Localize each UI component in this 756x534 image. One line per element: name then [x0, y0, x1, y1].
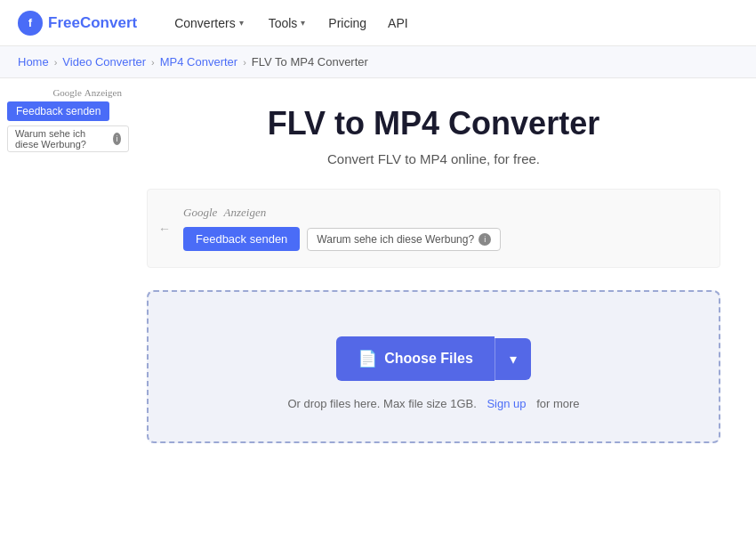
nav-converters[interactable]: Converters ▾ — [164, 11, 253, 36]
tools-chevron-icon: ▾ — [301, 18, 305, 28]
sidebar-google-label: Google Anzeigen — [0, 87, 129, 98]
converters-chevron-icon: ▾ — [239, 18, 244, 28]
sidebar-ad: Google Anzeigen Feedback senden Warum se… — [0, 78, 129, 461]
logo[interactable]: f FreeConvert — [18, 11, 137, 36]
center-ad: ← Google Anzeigen Feedback senden Warum … — [147, 189, 720, 268]
navbar: f FreeConvert Converters ▾ Tools ▾ Prici… — [0, 0, 756, 46]
page-title: FLV to MP4 Converter — [147, 105, 720, 142]
center-google-label: Google Anzeigen — [183, 206, 266, 220]
logo-icon: f — [18, 11, 43, 36]
breadcrumb-sep-1: › — [54, 57, 58, 68]
breadcrumb-sep-2: › — [151, 57, 155, 68]
center-ad-row: Feedback senden Warum sehe ich diese Wer… — [183, 227, 702, 251]
nav-api[interactable]: API — [379, 11, 417, 36]
center-info-icon: i — [479, 233, 491, 246]
choose-files-row: 📄 Choose Files ▾ — [336, 336, 531, 381]
nav-pricing[interactable]: Pricing — [319, 11, 375, 36]
nav-links: Converters ▾ Tools ▾ Pricing API — [164, 11, 417, 36]
file-icon: 📄 — [358, 349, 377, 368]
center-ad-header: Google Anzeigen — [165, 206, 702, 220]
sidebar-info-icon: i — [113, 133, 121, 145]
breadcrumb: Home › Video Converter › MP4 Converter ›… — [0, 46, 756, 78]
breadcrumb-home[interactable]: Home — [18, 55, 49, 69]
breadcrumb-mp4-converter[interactable]: MP4 Converter — [160, 55, 237, 69]
breadcrumb-sep-3: › — [243, 57, 246, 68]
sidebar-ad-inner: Google Anzeigen Feedback senden Warum se… — [0, 87, 129, 152]
dropdown-chevron-icon: ▾ — [510, 352, 517, 367]
content-area: Google Anzeigen Feedback senden Warum se… — [0, 78, 756, 461]
choose-files-dropdown[interactable]: ▾ — [495, 338, 531, 380]
choose-files-button[interactable]: 📄 Choose Files — [336, 336, 495, 381]
breadcrumb-current: FLV To MP4 Converter — [252, 55, 368, 69]
dropzone-info: Or drop files here. Max file size 1GB. S… — [287, 397, 579, 410]
ad-collapse-arrow-icon[interactable]: ← — [158, 222, 171, 236]
main-area: FLV to MP4 Converter Convert FLV to MP4 … — [129, 78, 756, 461]
page-subtitle: Convert FLV to MP4 online, for free. — [147, 151, 720, 166]
logo-text: FreeConvert — [48, 14, 137, 32]
dropzone-wrapper: 📄 Choose Files ▾ Or drop files here. Max… — [147, 290, 720, 443]
sidebar-why-button[interactable]: Warum sehe ich diese Werbung? i — [7, 125, 129, 152]
sidebar-feedback-button[interactable]: Feedback senden — [7, 101, 109, 121]
signup-link[interactable]: Sign up — [487, 397, 526, 410]
center-feedback-button[interactable]: Feedback senden — [183, 227, 300, 251]
nav-tools[interactable]: Tools ▾ — [258, 11, 317, 36]
breadcrumb-video-converter[interactable]: Video Converter — [62, 55, 146, 69]
center-why-button[interactable]: Warum sehe ich diese Werbung? i — [307, 228, 501, 251]
dropzone[interactable]: 📄 Choose Files ▾ Or drop files here. Max… — [147, 290, 720, 443]
